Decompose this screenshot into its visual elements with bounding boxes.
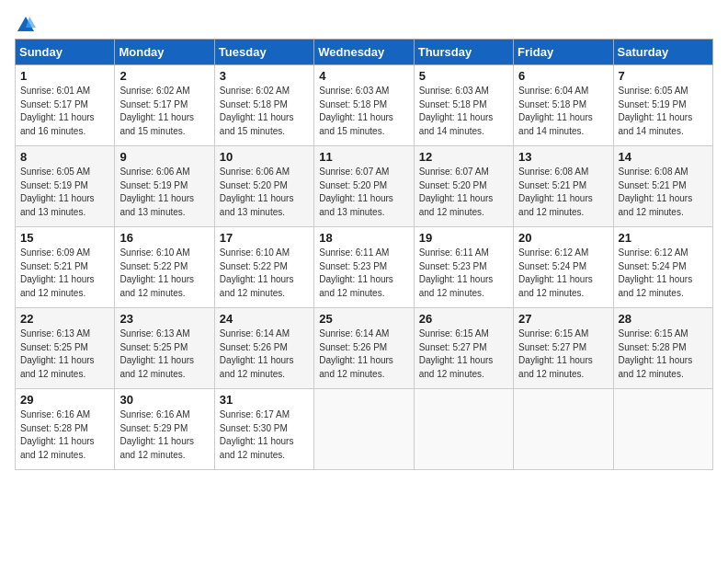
calendar-cell: 20 Sunrise: 6:12 AMSunset: 5:24 PMDaylig…	[514, 227, 613, 308]
weekday-header-wednesday: Wednesday	[314, 40, 414, 65]
weekday-header-row: SundayMondayTuesdayWednesdayThursdayFrid…	[16, 40, 713, 65]
day-detail: Sunrise: 6:03 AMSunset: 5:18 PMDaylight:…	[319, 86, 393, 136]
day-number: 11	[319, 150, 408, 164]
calendar-cell	[514, 389, 613, 470]
day-detail: Sunrise: 6:03 AMSunset: 5:18 PMDaylight:…	[419, 86, 494, 136]
day-number: 7	[619, 69, 708, 83]
day-number: 8	[20, 150, 109, 164]
calendar-cell: 3 Sunrise: 6:02 AMSunset: 5:18 PMDayligh…	[214, 65, 313, 146]
day-detail: Sunrise: 6:09 AMSunset: 5:21 PMDaylight:…	[20, 247, 95, 298]
calendar-week-row: 1 Sunrise: 6:01 AMSunset: 5:17 PMDayligh…	[16, 65, 713, 146]
calendar-cell: 31 Sunrise: 6:17 AMSunset: 5:30 PMDaylig…	[214, 389, 313, 470]
calendar-cell: 14 Sunrise: 6:08 AMSunset: 5:21 PMDaylig…	[613, 146, 712, 227]
calendar-cell: 29 Sunrise: 6:16 AMSunset: 5:28 PMDaylig…	[16, 389, 115, 470]
calendar-cell: 21 Sunrise: 6:12 AMSunset: 5:24 PMDaylig…	[613, 227, 712, 308]
weekday-header-saturday: Saturday	[613, 40, 712, 65]
day-number: 29	[20, 393, 109, 407]
day-detail: Sunrise: 6:04 AMSunset: 5:18 PMDaylight:…	[518, 86, 593, 136]
calendar-cell: 23 Sunrise: 6:13 AMSunset: 5:25 PMDaylig…	[115, 308, 214, 389]
calendar-cell: 19 Sunrise: 6:11 AMSunset: 5:23 PMDaylig…	[414, 227, 513, 308]
calendar-cell: 26 Sunrise: 6:15 AMSunset: 5:27 PMDaylig…	[414, 308, 513, 389]
day-number: 25	[319, 312, 408, 326]
day-number: 21	[619, 231, 708, 245]
calendar-cell: 25 Sunrise: 6:14 AMSunset: 5:26 PMDaylig…	[314, 308, 414, 389]
day-detail: Sunrise: 6:11 AMSunset: 5:23 PMDaylight:…	[319, 247, 393, 298]
day-detail: Sunrise: 6:10 AMSunset: 5:22 PMDaylight:…	[220, 247, 294, 298]
day-detail: Sunrise: 6:06 AMSunset: 5:19 PMDaylight:…	[119, 167, 194, 217]
page-header	[15, 15, 713, 31]
day-detail: Sunrise: 6:10 AMSunset: 5:22 PMDaylight:…	[119, 247, 194, 298]
day-number: 16	[119, 231, 209, 245]
day-number: 10	[220, 150, 309, 164]
calendar-cell	[414, 389, 513, 470]
day-number: 20	[518, 231, 608, 245]
logo-icon	[16, 15, 36, 35]
day-number: 26	[419, 312, 508, 326]
calendar-cell: 5 Sunrise: 6:03 AMSunset: 5:18 PMDayligh…	[414, 65, 513, 146]
day-detail: Sunrise: 6:07 AMSunset: 5:20 PMDaylight:…	[319, 167, 393, 217]
day-number: 28	[619, 312, 708, 326]
calendar-week-row: 29 Sunrise: 6:16 AMSunset: 5:28 PMDaylig…	[16, 389, 713, 470]
calendar-cell: 4 Sunrise: 6:03 AMSunset: 5:18 PMDayligh…	[314, 65, 414, 146]
calendar-cell: 30 Sunrise: 6:16 AMSunset: 5:29 PMDaylig…	[115, 389, 214, 470]
day-number: 22	[20, 312, 109, 326]
calendar-cell: 16 Sunrise: 6:10 AMSunset: 5:22 PMDaylig…	[115, 227, 214, 308]
day-detail: Sunrise: 6:15 AMSunset: 5:27 PMDaylight:…	[518, 328, 593, 379]
calendar-cell: 10 Sunrise: 6:06 AMSunset: 5:20 PMDaylig…	[214, 146, 313, 227]
day-number: 12	[419, 150, 508, 164]
calendar-cell: 1 Sunrise: 6:01 AMSunset: 5:17 PMDayligh…	[16, 65, 115, 146]
day-detail: Sunrise: 6:15 AMSunset: 5:27 PMDaylight:…	[419, 328, 494, 379]
calendar-cell: 18 Sunrise: 6:11 AMSunset: 5:23 PMDaylig…	[314, 227, 414, 308]
day-number: 3	[220, 69, 309, 83]
day-detail: Sunrise: 6:06 AMSunset: 5:20 PMDaylight:…	[220, 167, 294, 217]
day-number: 27	[518, 312, 608, 326]
day-detail: Sunrise: 6:02 AMSunset: 5:18 PMDaylight:…	[220, 86, 294, 136]
calendar-week-row: 15 Sunrise: 6:09 AMSunset: 5:21 PMDaylig…	[16, 227, 713, 308]
day-number: 15	[20, 231, 109, 245]
day-detail: Sunrise: 6:16 AMSunset: 5:28 PMDaylight:…	[20, 409, 95, 460]
day-detail: Sunrise: 6:14 AMSunset: 5:26 PMDaylight:…	[220, 328, 294, 379]
weekday-header-sunday: Sunday	[16, 40, 115, 65]
calendar-cell: 6 Sunrise: 6:04 AMSunset: 5:18 PMDayligh…	[514, 65, 613, 146]
day-detail: Sunrise: 6:16 AMSunset: 5:29 PMDaylight:…	[119, 409, 194, 460]
calendar-cell: 24 Sunrise: 6:14 AMSunset: 5:26 PMDaylig…	[214, 308, 313, 389]
logo	[15, 15, 37, 31]
calendar-cell	[613, 389, 712, 470]
calendar-cell: 15 Sunrise: 6:09 AMSunset: 5:21 PMDaylig…	[16, 227, 115, 308]
day-number: 24	[220, 312, 309, 326]
day-number: 6	[518, 69, 608, 83]
day-detail: Sunrise: 6:01 AMSunset: 5:17 PMDaylight:…	[20, 86, 95, 136]
calendar-week-row: 8 Sunrise: 6:05 AMSunset: 5:19 PMDayligh…	[16, 146, 713, 227]
calendar-cell: 8 Sunrise: 6:05 AMSunset: 5:19 PMDayligh…	[16, 146, 115, 227]
weekday-header-monday: Monday	[115, 40, 214, 65]
calendar-cell: 7 Sunrise: 6:05 AMSunset: 5:19 PMDayligh…	[613, 65, 712, 146]
day-detail: Sunrise: 6:13 AMSunset: 5:25 PMDaylight:…	[20, 328, 95, 379]
day-detail: Sunrise: 6:14 AMSunset: 5:26 PMDaylight:…	[319, 328, 393, 379]
day-number: 2	[119, 69, 209, 83]
day-detail: Sunrise: 6:07 AMSunset: 5:20 PMDaylight:…	[419, 167, 494, 217]
day-number: 14	[619, 150, 708, 164]
day-number: 9	[119, 150, 209, 164]
calendar-week-row: 22 Sunrise: 6:13 AMSunset: 5:25 PMDaylig…	[16, 308, 713, 389]
day-number: 13	[518, 150, 608, 164]
calendar-cell: 11 Sunrise: 6:07 AMSunset: 5:20 PMDaylig…	[314, 146, 414, 227]
day-detail: Sunrise: 6:02 AMSunset: 5:17 PMDaylight:…	[119, 86, 194, 136]
calendar-cell: 2 Sunrise: 6:02 AMSunset: 5:17 PMDayligh…	[115, 65, 214, 146]
day-detail: Sunrise: 6:05 AMSunset: 5:19 PMDaylight:…	[20, 167, 95, 217]
weekday-header-thursday: Thursday	[414, 40, 513, 65]
calendar-cell: 12 Sunrise: 6:07 AMSunset: 5:20 PMDaylig…	[414, 146, 513, 227]
calendar-cell	[314, 389, 414, 470]
day-detail: Sunrise: 6:12 AMSunset: 5:24 PMDaylight:…	[619, 247, 693, 298]
calendar-cell: 9 Sunrise: 6:06 AMSunset: 5:19 PMDayligh…	[115, 146, 214, 227]
calendar-cell: 27 Sunrise: 6:15 AMSunset: 5:27 PMDaylig…	[514, 308, 613, 389]
day-number: 5	[419, 69, 508, 83]
weekday-header-tuesday: Tuesday	[214, 40, 313, 65]
day-detail: Sunrise: 6:17 AMSunset: 5:30 PMDaylight:…	[220, 409, 294, 460]
day-number: 31	[220, 393, 309, 407]
day-number: 19	[419, 231, 508, 245]
day-detail: Sunrise: 6:11 AMSunset: 5:23 PMDaylight:…	[419, 247, 494, 298]
calendar-cell: 17 Sunrise: 6:10 AMSunset: 5:22 PMDaylig…	[214, 227, 313, 308]
day-detail: Sunrise: 6:13 AMSunset: 5:25 PMDaylight:…	[119, 328, 194, 379]
day-number: 30	[119, 393, 209, 407]
day-detail: Sunrise: 6:15 AMSunset: 5:28 PMDaylight:…	[619, 328, 693, 379]
